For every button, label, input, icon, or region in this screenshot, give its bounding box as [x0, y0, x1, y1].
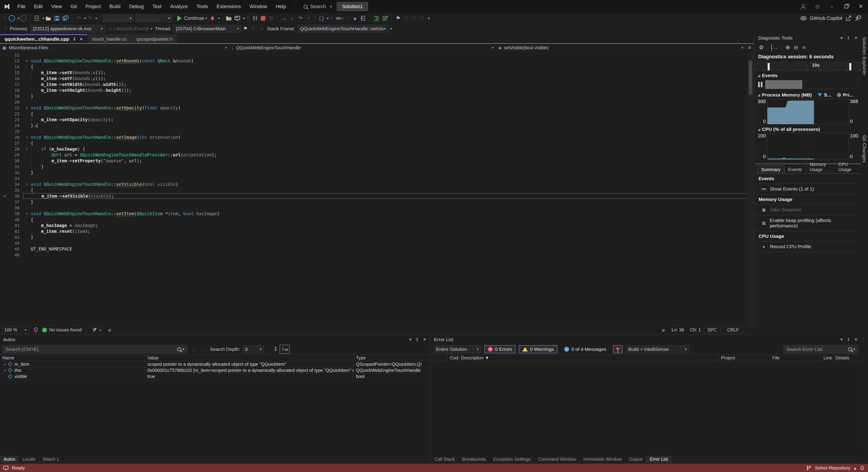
undo-button[interactable]: ↶: [74, 14, 83, 23]
tab-autos[interactable]: Autos: [0, 455, 19, 463]
tab-error-list[interactable]: Error List: [646, 455, 672, 463]
code-line[interactable]: 19}: [0, 93, 754, 99]
error-list-search-input[interactable]: Search Error List ▾: [783, 345, 858, 353]
menu-item-file[interactable]: File: [13, 0, 30, 13]
stop-debugging-button[interactable]: [259, 14, 267, 23]
select-repository-button[interactable]: Select Repository: [815, 466, 850, 471]
pin-icon[interactable]: ↧: [415, 337, 419, 342]
tab-locals[interactable]: Locals: [19, 455, 39, 463]
previous-bookmark-button[interactable]: ⚐: [402, 14, 410, 23]
cpu-section-header[interactable]: ◢ CPU (% of all processors): [755, 125, 861, 132]
column-header-value[interactable]: Value: [145, 355, 354, 361]
menu-item-extensions[interactable]: Extensions: [212, 0, 245, 13]
window-menu-icon[interactable]: ▾: [841, 35, 843, 40]
errors-toggle-button[interactable]: ✕ 0 Errors: [484, 345, 516, 353]
settings-gear-icon[interactable]: ⚙: [757, 43, 765, 52]
code-area[interactable]: 1213∨void QQuickWebEngineTouchHandle::se…: [0, 52, 754, 325]
close-icon[interactable]: ✕: [854, 337, 858, 342]
close-button[interactable]: ✕: [854, 0, 868, 13]
debug-target-button[interactable]: [233, 14, 242, 23]
code-line[interactable]: 26∨void QQuickWebEngineTouchHandle::setI…: [0, 134, 754, 140]
dropdown-icon[interactable]: ▾: [327, 16, 329, 20]
fold-chevron-icon[interactable]: ∨: [23, 212, 31, 216]
open-file-button[interactable]: [44, 14, 53, 23]
error-list-body[interactable]: [431, 361, 861, 455]
tab-output[interactable]: Output: [625, 455, 646, 463]
send-feedback-icon[interactable]: [855, 15, 861, 22]
show-next-statement-button[interactable]: →: [280, 14, 288, 23]
filter-button[interactable]: [613, 345, 622, 353]
issues-status[interactable]: No issues found: [49, 327, 82, 333]
nav-project-dropdown[interactable]: ▣ Miscellaneous Files ▾: [0, 44, 229, 52]
menu-item-test[interactable]: Test: [148, 0, 166, 13]
code-line[interactable]: 27{: [0, 140, 754, 146]
tab-call-stack[interactable]: Call Stack: [431, 455, 458, 463]
break-all-button[interactable]: [251, 14, 259, 23]
step-over-button[interactable]: ↷: [296, 14, 305, 23]
menu-item-edit[interactable]: Edit: [30, 0, 47, 13]
column-header-file[interactable]: File: [770, 355, 821, 361]
autos-search-input[interactable]: Search (Ctrl+E) ▾: [3, 345, 187, 353]
menu-item-git[interactable]: Git: [66, 0, 81, 13]
zoom-in-icon[interactable]: ⊕: [784, 43, 792, 52]
code-line[interactable]: ↩36 m_item->setVisible(visible);: [0, 193, 754, 199]
tab-watch-1[interactable]: Watch 1: [39, 455, 63, 463]
messages-toggle-button[interactable]: i 0 of 4 Messages: [561, 345, 610, 353]
code-line[interactable]: 31 }: [0, 164, 754, 169]
code-line[interactable]: 12: [0, 52, 754, 58]
variable-row[interactable]: ▸this0x000001c75786b110 {m_item=scoped p…: [0, 367, 430, 373]
diag-tab-cpu-usage[interactable]: CPU Usage: [835, 160, 859, 174]
column-header-project[interactable]: Project: [719, 355, 770, 361]
pin-values-icon[interactable]: ↧: [272, 345, 280, 354]
copy-reference-button[interactable]: [359, 14, 367, 23]
summary-action[interactable]: ●Record CPU Profile: [755, 242, 861, 252]
code-line[interactable]: 39∨void QQuickWebEngineTouchHandle::setI…: [0, 211, 754, 217]
spell-check-button[interactable]: abc✓: [335, 14, 346, 23]
process-dropdown[interactable]: [22012] appwebview-vk.exe ▾: [31, 25, 105, 33]
reset-view-chart-icon[interactable]: ılı: [800, 43, 808, 52]
menu-item-tools[interactable]: Tools: [192, 0, 212, 13]
variable-row[interactable]: visibletruebool: [0, 373, 430, 380]
debug-target-dropdown-icon[interactable]: ▾: [243, 16, 245, 20]
split-window-button[interactable]: ≡: [745, 43, 754, 52]
close-icon[interactable]: ✕: [423, 337, 426, 342]
code-line[interactable]: 40{: [0, 217, 754, 222]
zoom-out-icon[interactable]: ⊖: [792, 43, 800, 52]
fold-chevron-icon[interactable]: ∨: [23, 147, 31, 151]
restart-button[interactable]: ↻: [267, 14, 275, 23]
format-specifier-toggle[interactable]: ↧ab: [280, 345, 290, 354]
navigate-forward-button[interactable]: →: [19, 14, 28, 23]
code-line[interactable]: 23 m_item->setOpacity(opacity);: [0, 117, 754, 123]
redo-dropdown-icon[interactable]: ▾: [95, 16, 97, 20]
toolbar-overflow-icon[interactable]: ▾: [390, 27, 392, 31]
search-forward-icon[interactable]: →: [198, 345, 207, 354]
events-section-header[interactable]: ◢ Events: [755, 71, 861, 79]
menu-item-analyze[interactable]: Analyze: [166, 0, 192, 13]
clear-bookmarks-button[interactable]: ⚐: [418, 14, 427, 23]
document-tab[interactable]: qscopedpointer.h: [132, 34, 177, 43]
diag-tab-memory-usage[interactable]: Memory Usage: [806, 160, 835, 174]
menu-item-project[interactable]: Project: [81, 0, 105, 13]
code-line[interactable]: 43}: [0, 234, 754, 240]
code-line[interactable]: 44: [0, 240, 754, 246]
cpu-chart[interactable]: [767, 133, 848, 160]
timeline-ruler[interactable]: 10s: [755, 62, 861, 71]
solution-badge[interactable]: Solution1: [337, 2, 368, 11]
tab-breakpoints[interactable]: Breakpoints: [458, 455, 490, 463]
code-line[interactable]: 25: [0, 128, 754, 134]
caret-up-icon[interactable]: ▴: [854, 465, 856, 471]
menu-item-build[interactable]: Build: [105, 0, 125, 13]
platform-dropdown[interactable]: ▾: [135, 15, 172, 22]
scroll-right-icon[interactable]: ▶: [662, 327, 666, 333]
column-header-description[interactable]: Description ▼: [459, 355, 719, 361]
fold-chevron-icon[interactable]: ∨: [23, 182, 31, 186]
summary-action[interactable]: ⋙Show Events (1 of 1): [755, 184, 861, 194]
minimize-button[interactable]: –: [825, 0, 839, 13]
new-item-button[interactable]: [33, 14, 41, 23]
code-line[interactable]: 24}▶▏: [0, 123, 754, 128]
code-line[interactable]: 38: [0, 205, 754, 211]
notifications-bell-icon[interactable]: [860, 466, 865, 470]
toolbar-drag-handle[interactable]: ⠿: [331, 16, 333, 21]
scroll-left-icon[interactable]: ◀: [107, 327, 111, 333]
search-depth-dropdown[interactable]: 3 ▾: [242, 345, 264, 353]
